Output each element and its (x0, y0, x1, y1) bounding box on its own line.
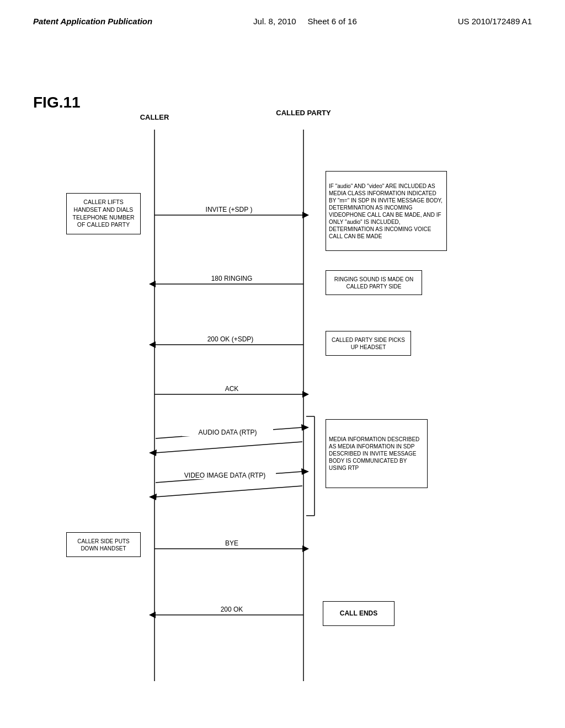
svg-marker-15 (301, 468, 309, 475)
publication-label: Patent Application Publication (33, 15, 152, 27)
svg-marker-7 (149, 341, 156, 348)
ok-sdp-arrow-label: 200 OK (+SDP) (190, 335, 270, 343)
svg-marker-11 (301, 424, 309, 431)
media-info-box: MEDIA INFORMATION DESCRIBED AS MEDIA INF… (326, 419, 428, 488)
video-arrow-label: VIDEO IMAGE DATA (RTP) (174, 472, 276, 479)
svg-marker-13 (149, 449, 157, 456)
caller-puts-down-box: CALLER SIDE PUTS DOWN HANDSET (66, 532, 141, 557)
diagram-svg (33, 85, 530, 709)
ok-final-arrow-label: 200 OK (210, 606, 254, 613)
date: Jul. 8, 2010 (253, 17, 296, 26)
picks-up-headset-box: CALLED PARTY SIDE PICKS UP HEADSET (326, 331, 411, 356)
svg-line-16 (156, 486, 302, 497)
caller-lifts-box: CALLER LIFTS HANDSET AND DIALS TELEPHONE… (66, 193, 141, 234)
ack-arrow-label: ACK (210, 385, 254, 393)
svg-marker-21 (149, 612, 156, 618)
invite-arrow-label: INVITE (+SDP ) (188, 206, 270, 213)
caller-label: CALLER (127, 113, 182, 122)
ringing-arrow-label: 180 RINGING (193, 275, 270, 282)
header: Patent Application Publication Jul. 8, 2… (0, 0, 565, 33)
diagram: CALLER CALLED PARTY CALLER LIFTS HANDSET… (33, 85, 530, 709)
ringing-note-box: RINGING SOUND IS MADE ON CALLED PARTY SI… (326, 270, 422, 295)
audio-arrow-label: AUDIO DATA (RTP) (182, 429, 273, 436)
sheet: Sheet 6 of 16 (307, 17, 356, 26)
svg-line-12 (156, 442, 302, 453)
svg-marker-3 (302, 212, 309, 218)
call-ends-box: CALL ENDS (323, 601, 395, 626)
invite-note-box: IF "audio" AND "video" ARE INCLUDED AS M… (326, 171, 447, 251)
patent-number: US 2010/172489 A1 (458, 15, 532, 27)
svg-marker-17 (149, 494, 157, 500)
svg-marker-9 (302, 391, 309, 398)
called-party-label: CALLED PARTY (276, 109, 331, 118)
svg-marker-5 (149, 281, 156, 287)
date-sheet: Jul. 8, 2010 Sheet 6 of 16 (253, 15, 357, 27)
bye-arrow-label: BYE (210, 539, 254, 547)
page: Patent Application Publication Jul. 8, 2… (0, 0, 565, 728)
svg-marker-19 (302, 545, 309, 552)
